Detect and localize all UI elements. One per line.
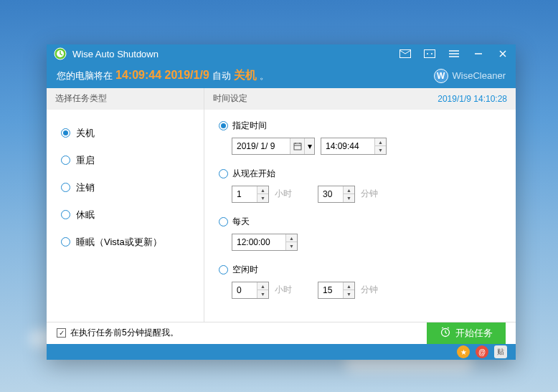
radio-icon xyxy=(61,156,70,165)
task-label: 关机 xyxy=(76,127,95,140)
status-action: 关机 xyxy=(231,69,260,81)
radio-icon xyxy=(61,183,70,192)
idle-mins-field[interactable]: ▲▼ xyxy=(318,282,355,299)
app-title: Wise Auto Shutdown xyxy=(72,49,399,59)
left-panel: 选择任务类型 关机重启注销休眠睡眠（Vista或更新） xyxy=(47,88,204,322)
start-task-button[interactable]: 开始任务 xyxy=(427,322,506,344)
row-daily: 每天 ▲▼ xyxy=(219,216,501,251)
reminder-checkbox[interactable]: ✓ 在执行任务前5分钟提醒我。 xyxy=(57,327,179,339)
medal-icon[interactable]: ★ xyxy=(457,345,470,358)
svg-point-4 xyxy=(427,53,428,54)
right-panel: 时间设定 2019/1/9 14:10:28 指定时间 xyxy=(204,88,516,322)
checkbox-icon: ✓ xyxy=(57,328,66,338)
task-label: 睡眠（Vista或更新） xyxy=(76,236,162,249)
radio-icon xyxy=(219,169,228,178)
svg-rect-12 xyxy=(294,143,301,150)
radio-icon xyxy=(61,237,70,247)
menu-icon[interactable] xyxy=(448,48,460,59)
time-field[interactable]: ▲▼ xyxy=(321,138,387,155)
weibo-icon[interactable]: @ xyxy=(476,345,488,358)
radio-icon xyxy=(61,210,70,219)
radio-icon xyxy=(219,217,228,226)
left-panel-header: 选择任务类型 xyxy=(47,88,204,110)
bottom-bar: ★ @ 贴 xyxy=(47,344,516,360)
task-item-4[interactable]: 睡眠（Vista或更新） xyxy=(47,229,204,256)
titlebar: Wise Auto Shutdown xyxy=(47,44,516,64)
footer: ✓ 在执行任务前5分钟提醒我。 开始任务 xyxy=(47,322,516,344)
radio-idle[interactable]: 空闲时 xyxy=(219,264,501,276)
row-from-now: 从现在开始 ▲▼ 小时 ▲▼ 分钟 xyxy=(219,168,501,203)
svg-rect-3 xyxy=(425,50,435,58)
feedback-icon[interactable] xyxy=(424,48,435,59)
spinner[interactable]: ▲▼ xyxy=(374,138,386,154)
hours-field[interactable]: ▲▼ xyxy=(232,186,269,203)
right-panel-header: 时间设定 2019/1/9 14:10:28 xyxy=(204,88,516,110)
status-bar: 您的电脑将在14:09:44 2019/1/9自动关机。 W WiseClean… xyxy=(47,64,516,88)
task-label: 重启 xyxy=(76,154,95,167)
task-item-0[interactable]: 关机 xyxy=(47,120,204,147)
current-time: 2019/1/9 14:10:28 xyxy=(438,94,507,104)
row-idle: 空闲时 ▲▼ 小时 ▲▼ 分钟 xyxy=(219,264,501,299)
daily-time-field[interactable]: ▲▼ xyxy=(232,234,298,251)
task-item-1[interactable]: 重启 xyxy=(47,147,204,174)
task-label: 注销 xyxy=(76,181,95,194)
radio-icon xyxy=(219,121,228,130)
status-time: 14:09:44 2019/1/9 xyxy=(113,69,212,81)
alarm-icon xyxy=(440,326,451,340)
date-field[interactable]: ▾ xyxy=(232,138,315,155)
idle-hours-field[interactable]: ▲▼ xyxy=(232,282,269,299)
tieba-icon[interactable]: 贴 xyxy=(494,345,507,358)
svg-point-5 xyxy=(431,53,432,54)
calendar-icon[interactable] xyxy=(290,138,304,154)
row-specified-time: 指定时间 ▾ ▲▼ xyxy=(219,120,501,155)
task-item-3[interactable]: 休眠 xyxy=(47,201,204,229)
minutes-field[interactable]: ▲▼ xyxy=(318,186,355,203)
minimize-button[interactable] xyxy=(473,48,484,59)
radio-specified-time[interactable]: 指定时间 xyxy=(219,120,501,132)
close-button[interactable] xyxy=(497,48,509,59)
chevron-down-icon[interactable]: ▾ xyxy=(304,138,314,154)
task-item-2[interactable]: 注销 xyxy=(47,174,204,201)
task-label: 休眠 xyxy=(76,209,95,221)
mail-icon[interactable] xyxy=(399,48,411,59)
radio-icon xyxy=(219,265,228,274)
brand-icon: W xyxy=(434,69,448,83)
brand-label: WiseCleaner xyxy=(453,70,506,81)
app-window: Wise Auto Shutdown 您的电脑将在14:09:44 2019/1… xyxy=(47,44,516,360)
radio-daily[interactable]: 每天 xyxy=(219,216,501,228)
radio-icon xyxy=(61,128,70,138)
brand-link[interactable]: W WiseCleaner xyxy=(434,69,506,83)
status-text: 您的电脑将在14:09:44 2019/1/9自动关机。 xyxy=(57,68,269,83)
radio-from-now[interactable]: 从现在开始 xyxy=(219,168,501,180)
app-icon xyxy=(54,47,67,60)
